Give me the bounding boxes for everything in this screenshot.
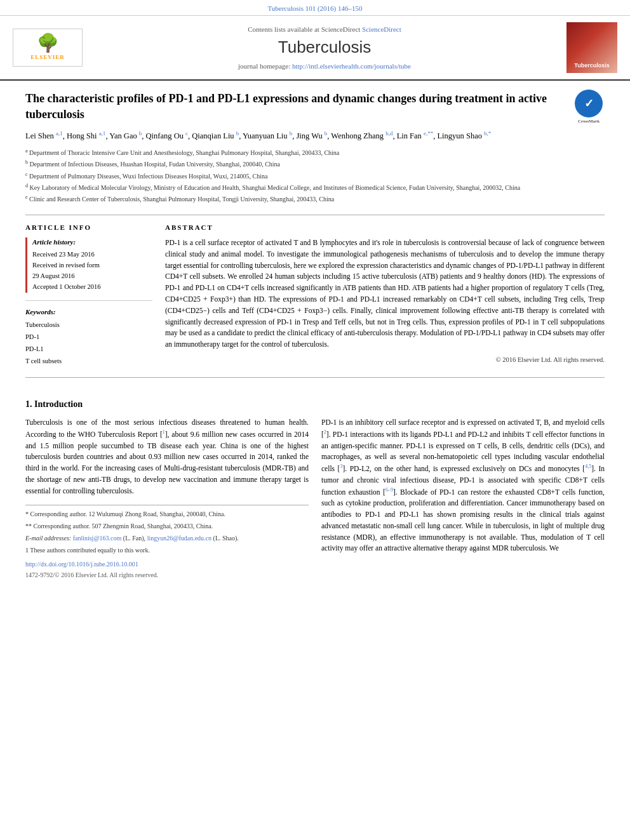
keywords-section: Keywords: Tuberculosis PD-1 PD-L1 T cell… [25, 307, 152, 368]
homepage-url[interactable]: http://intl.elsevierhealth.com/journals/… [292, 62, 411, 70]
email1-link[interactable]: fanlinisj@163.com [73, 535, 122, 542]
keyword-pdl1: PD-L1 [25, 343, 152, 356]
journal-thumbnail: Tuberculosis [566, 22, 617, 73]
doi-link[interactable]: http://dx.doi.org/10.1016/j.tube.2016.10… [25, 561, 138, 568]
email1-name: L. Fan [125, 535, 142, 542]
elsevier-text: ELSEVIER [30, 53, 65, 62]
affiliation-b: b Department of Infectious Diseases, Hua… [25, 159, 605, 169]
sciencedirect-link[interactable]: ScienceDirect [362, 25, 401, 33]
equal-contrib-note: 1 These authors contributed equally to t… [25, 545, 309, 556]
article-info-column: ARTICLE INFO Article history: Received 2… [25, 223, 152, 368]
accepted-date: Accepted 1 October 2016 [32, 282, 152, 293]
article-title-text: The characteristic profiles of PD-1 and … [25, 92, 547, 120]
footnote-corresponding2: ** Corresponding author. 507 Zhengmin Ro… [25, 521, 309, 531]
article-info-section-title: ARTICLE INFO [25, 223, 152, 232]
contents-available-line: Contents lists available at ScienceDirec… [95, 25, 554, 34]
homepage-line: journal homepage: http://intl.elsevierhe… [95, 62, 554, 71]
intro-left-col: Tuberculosis is one of the most serious … [25, 417, 309, 580]
divider-1 [25, 215, 605, 215]
keyword-tcell: T cell subsets [25, 356, 152, 368]
journal-thumb-label: Tuberculosis [574, 62, 609, 70]
intro-two-col: Tuberculosis is one of the most serious … [25, 417, 605, 580]
journal-reference-bar: Tuberculosis 101 (2016) 146–150 [0, 0, 630, 16]
abstract-section-title: ABSTRACT [165, 223, 605, 232]
journal-header: 🌳 ELSEVIER Contents lists available at S… [0, 16, 630, 81]
affiliation-d: d Key Laboratory of Medical Molecular Vi… [25, 182, 605, 192]
doi-line: http://dx.doi.org/10.1016/j.tube.2016.10… [25, 559, 309, 570]
crossmark-icon: ✓ [575, 90, 603, 117]
email-label: E-mail addresses: [25, 535, 71, 542]
email2-link[interactable]: lingyun26@fudan.edu.cn [147, 535, 211, 542]
keyword-tuberculosis: Tuberculosis [25, 319, 152, 331]
article-title-container: The characteristic profiles of PD-1 and … [25, 91, 605, 122]
intro-right-col: PD-1 is an inhibitory cell surface recep… [321, 417, 605, 580]
footnote-corresponding1: * Corresponding author. 12 Wulumuqi Zhon… [25, 509, 309, 519]
affiliation-c: c Department of Pulmonary Diseases, Wuxi… [25, 171, 605, 181]
elsevier-logo: 🌳 ELSEVIER [13, 29, 83, 67]
history-heading: Article history: [32, 237, 152, 247]
footnote-emails: E-mail addresses: fanlinisj@163.com (L. … [25, 533, 309, 543]
received-revised-label: Received in revised form [32, 260, 152, 271]
issn-line: 1472-9792/© 2016 Elsevier Ltd. All right… [25, 570, 309, 580]
page: Tuberculosis 101 (2016) 146–150 🌳 ELSEVI… [0, 0, 630, 840]
elsevier-tree-icon: 🌳 [37, 34, 59, 52]
abstract-paragraph: PD-1 is a cell surface receptor of activ… [165, 237, 605, 350]
journal-name: Tuberculosis [95, 36, 554, 58]
intro-left-paragraph: Tuberculosis is one of the most serious … [25, 417, 309, 497]
homepage-label: journal homepage: [238, 62, 290, 70]
copyright-line: © 2016 Elsevier Ltd. All rights reserved… [165, 356, 605, 365]
affiliations: a Department of Thoracic Intensive Care … [25, 147, 605, 204]
introduction-section: 1. Introduction Tuberculosis is one of t… [0, 398, 630, 592]
article-info-abstract-section: ARTICLE INFO Article history: Received 2… [25, 223, 605, 368]
journal-center: Contents lists available at ScienceDirec… [95, 25, 554, 71]
received-revised-date: 29 August 2016 [32, 271, 152, 282]
keywords-heading: Keywords: [25, 307, 152, 317]
divider-2 [25, 377, 605, 378]
intro-title: Introduction [34, 399, 83, 409]
contents-text: Contents lists available at ScienceDirec… [248, 25, 360, 33]
affiliation-a: a Department of Thoracic Intensive Care … [25, 147, 605, 157]
info-divider [25, 300, 152, 301]
received-date: Received 23 May 2016 [32, 250, 152, 260]
authors-line: Lei Shen a,1, Hong Shi a,1, Yan Gao b, Q… [25, 130, 605, 142]
crossmark-badge[interactable]: ✓ CrossMark [573, 91, 605, 123]
crossmark-label: CrossMark [575, 119, 603, 124]
article-content: The characteristic profiles of PD-1 and … [0, 81, 630, 398]
article-history-box: Article history: Received 23 May 2016 Re… [25, 237, 152, 293]
intro-right-paragraph: PD-1 is an inhibitory cell surface recep… [321, 417, 605, 554]
keyword-pd1: PD-1 [25, 331, 152, 343]
abstract-text: PD-1 is a cell surface receptor of activ… [165, 237, 605, 350]
intro-heading: 1. Introduction [25, 398, 605, 411]
footnotes: * Corresponding author. 12 Wulumuqi Zhon… [25, 505, 309, 556]
journal-reference: Tuberculosis 101 (2016) 146–150 [267, 4, 362, 12]
intro-number: 1. [25, 399, 32, 409]
abstract-column: ABSTRACT PD-1 is a cell surface receptor… [165, 223, 605, 368]
affiliation-e: e Clinic and Research Center of Tubercul… [25, 194, 605, 204]
email2-name: L. Shao [215, 535, 235, 542]
